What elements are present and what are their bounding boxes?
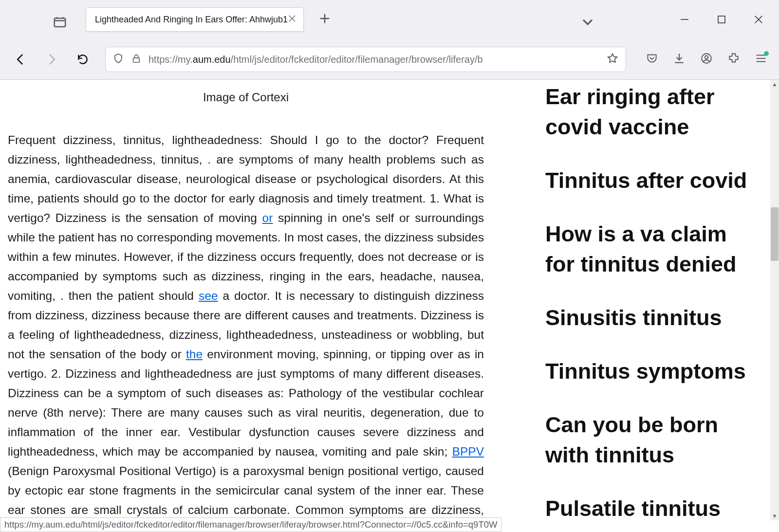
browser-chrome: Lightheaded And Ringing In Ears Offer: A… (0, 0, 779, 80)
browser-tab[interactable]: Lightheaded And Ringing In Ears Offer: A… (86, 7, 304, 32)
svg-rect-2 (133, 58, 140, 62)
lock-icon[interactable] (131, 53, 142, 66)
back-button[interactable] (12, 51, 29, 68)
tabs-dropdown-icon[interactable] (581, 16, 594, 30)
tab-strip: Lightheaded And Ringing In Ears Offer: A… (0, 0, 779, 39)
menu-button[interactable] (755, 52, 767, 67)
url-bar[interactable]: https://my.aum.edu/html/js/editor/fckedi… (105, 47, 626, 72)
sidebar-heading[interactable]: Pulsatile tinnitus (545, 494, 755, 524)
status-bar: https://my.aum.edu/html/js/editor/fckedi… (0, 517, 501, 532)
sidebar-heading[interactable]: Tinnitus after covid (545, 165, 755, 196)
article: Image of Cortexi Frequent dizziness, tin… (0, 80, 492, 532)
image-caption: Image of Cortexi (8, 91, 484, 104)
page-viewport: Image of Cortexi Frequent dizziness, tin… (0, 80, 770, 532)
shield-icon[interactable] (112, 53, 124, 66)
svg-rect-0 (55, 18, 66, 27)
pocket-icon[interactable] (646, 52, 658, 67)
forward-button (43, 51, 60, 68)
maximize-button[interactable] (716, 14, 727, 25)
svg-point-4 (705, 56, 708, 59)
tab-close-icon[interactable] (288, 14, 297, 25)
reload-button[interactable] (74, 51, 92, 68)
extensions-icon[interactable] (727, 52, 740, 67)
minimize-button[interactable] (679, 14, 690, 25)
sidebar-heading[interactable]: Tinnitus symptoms (545, 356, 755, 386)
sidebar-heading[interactable]: Can you be born with tinnitus (545, 410, 755, 470)
firefox-view-icon[interactable] (53, 15, 67, 29)
scroll-down-icon[interactable]: ▼ (770, 512, 779, 520)
article-body: Frequent dizziness, tinnitus, lightheade… (8, 130, 484, 532)
toolbar-right (646, 52, 767, 67)
sidebar-heading[interactable]: Ear ringing after covid vaccine (545, 82, 755, 142)
window-controls (679, 14, 764, 25)
sidebar: Ear ringing after covid vaccine Tinnitus… (545, 82, 755, 532)
link-bppv[interactable]: BPPV (452, 445, 484, 458)
new-tab-button[interactable] (314, 9, 336, 30)
link-the[interactable]: the (186, 348, 203, 361)
svg-rect-1 (718, 16, 725, 23)
downloads-icon[interactable] (673, 52, 686, 67)
tab-title: Lightheaded And Ringing In Ears Offer: A… (95, 15, 288, 25)
navigation-toolbar: https://my.aum.edu/html/js/editor/fckedi… (0, 39, 779, 80)
close-button[interactable] (753, 14, 764, 25)
scroll-thumb[interactable] (771, 207, 779, 261)
notification-dot-icon (764, 51, 769, 56)
account-icon[interactable] (700, 52, 713, 67)
sidebar-heading[interactable]: How is a va claim for tinnitus denied (545, 219, 755, 279)
url-text: https://my.aum.edu/html/js/editor/fckedi… (148, 54, 599, 65)
sidebar-heading[interactable]: Sinusitis tinnitus (545, 303, 755, 333)
link-or[interactable]: or (262, 211, 273, 224)
scroll-up-icon[interactable]: ▲ (770, 80, 779, 89)
bookmark-star-icon[interactable] (606, 52, 619, 67)
vertical-scrollbar[interactable]: ▲ ▼ (770, 80, 779, 520)
link-see[interactable]: see (199, 289, 218, 302)
